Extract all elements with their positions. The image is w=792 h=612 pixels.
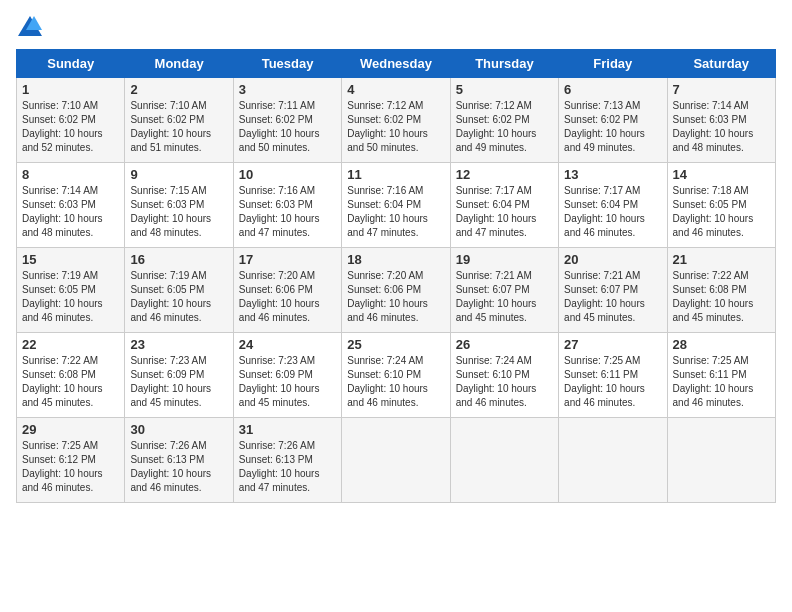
logo: [16, 16, 42, 41]
day-number: 11: [347, 167, 444, 182]
day-info: Sunrise: 7:11 AM Sunset: 6:02 PM Dayligh…: [239, 99, 336, 155]
calendar-cell: [450, 418, 558, 503]
calendar-cell: 21Sunrise: 7:22 AM Sunset: 6:08 PM Dayli…: [667, 248, 775, 333]
calendar-cell: 10Sunrise: 7:16 AM Sunset: 6:03 PM Dayli…: [233, 163, 341, 248]
calendar-cell: 26Sunrise: 7:24 AM Sunset: 6:10 PM Dayli…: [450, 333, 558, 418]
day-number: 8: [22, 167, 119, 182]
calendar-cell: 2Sunrise: 7:10 AM Sunset: 6:02 PM Daylig…: [125, 78, 233, 163]
day-number: 10: [239, 167, 336, 182]
day-info: Sunrise: 7:20 AM Sunset: 6:06 PM Dayligh…: [347, 269, 444, 325]
day-number: 31: [239, 422, 336, 437]
day-info: Sunrise: 7:25 AM Sunset: 6:11 PM Dayligh…: [673, 354, 770, 410]
day-number: 17: [239, 252, 336, 267]
calendar-cell: 31Sunrise: 7:26 AM Sunset: 6:13 PM Dayli…: [233, 418, 341, 503]
calendar-cell: 17Sunrise: 7:20 AM Sunset: 6:06 PM Dayli…: [233, 248, 341, 333]
calendar-cell: [667, 418, 775, 503]
calendar-cell: 9Sunrise: 7:15 AM Sunset: 6:03 PM Daylig…: [125, 163, 233, 248]
day-number: 4: [347, 82, 444, 97]
calendar-cell: 16Sunrise: 7:19 AM Sunset: 6:05 PM Dayli…: [125, 248, 233, 333]
calendar-cell: 7Sunrise: 7:14 AM Sunset: 6:03 PM Daylig…: [667, 78, 775, 163]
calendar-cell: 22Sunrise: 7:22 AM Sunset: 6:08 PM Dayli…: [17, 333, 125, 418]
day-number: 20: [564, 252, 661, 267]
calendar-cell: 20Sunrise: 7:21 AM Sunset: 6:07 PM Dayli…: [559, 248, 667, 333]
day-info: Sunrise: 7:26 AM Sunset: 6:13 PM Dayligh…: [239, 439, 336, 495]
day-info: Sunrise: 7:14 AM Sunset: 6:03 PM Dayligh…: [22, 184, 119, 240]
calendar-week-row: 29Sunrise: 7:25 AM Sunset: 6:12 PM Dayli…: [17, 418, 776, 503]
day-info: Sunrise: 7:19 AM Sunset: 6:05 PM Dayligh…: [130, 269, 227, 325]
day-info: Sunrise: 7:25 AM Sunset: 6:12 PM Dayligh…: [22, 439, 119, 495]
day-info: Sunrise: 7:24 AM Sunset: 6:10 PM Dayligh…: [347, 354, 444, 410]
day-info: Sunrise: 7:16 AM Sunset: 6:03 PM Dayligh…: [239, 184, 336, 240]
calendar-cell: 28Sunrise: 7:25 AM Sunset: 6:11 PM Dayli…: [667, 333, 775, 418]
calendar-cell: 30Sunrise: 7:26 AM Sunset: 6:13 PM Dayli…: [125, 418, 233, 503]
day-info: Sunrise: 7:18 AM Sunset: 6:05 PM Dayligh…: [673, 184, 770, 240]
day-number: 12: [456, 167, 553, 182]
day-info: Sunrise: 7:26 AM Sunset: 6:13 PM Dayligh…: [130, 439, 227, 495]
weekday-header: Wednesday: [342, 50, 450, 78]
calendar-cell: 8Sunrise: 7:14 AM Sunset: 6:03 PM Daylig…: [17, 163, 125, 248]
day-number: 26: [456, 337, 553, 352]
calendar-cell: 4Sunrise: 7:12 AM Sunset: 6:02 PM Daylig…: [342, 78, 450, 163]
day-info: Sunrise: 7:21 AM Sunset: 6:07 PM Dayligh…: [564, 269, 661, 325]
calendar-week-row: 15Sunrise: 7:19 AM Sunset: 6:05 PM Dayli…: [17, 248, 776, 333]
day-number: 21: [673, 252, 770, 267]
weekday-header: Thursday: [450, 50, 558, 78]
day-number: 13: [564, 167, 661, 182]
day-number: 29: [22, 422, 119, 437]
calendar-week-row: 8Sunrise: 7:14 AM Sunset: 6:03 PM Daylig…: [17, 163, 776, 248]
day-number: 3: [239, 82, 336, 97]
calendar-cell: 25Sunrise: 7:24 AM Sunset: 6:10 PM Dayli…: [342, 333, 450, 418]
calendar-cell: 15Sunrise: 7:19 AM Sunset: 6:05 PM Dayli…: [17, 248, 125, 333]
day-number: 2: [130, 82, 227, 97]
day-info: Sunrise: 7:22 AM Sunset: 6:08 PM Dayligh…: [673, 269, 770, 325]
day-number: 25: [347, 337, 444, 352]
calendar-cell: 14Sunrise: 7:18 AM Sunset: 6:05 PM Dayli…: [667, 163, 775, 248]
calendar-cell: [559, 418, 667, 503]
day-number: 7: [673, 82, 770, 97]
weekday-header: Monday: [125, 50, 233, 78]
day-info: Sunrise: 7:24 AM Sunset: 6:10 PM Dayligh…: [456, 354, 553, 410]
calendar-cell: 27Sunrise: 7:25 AM Sunset: 6:11 PM Dayli…: [559, 333, 667, 418]
day-info: Sunrise: 7:10 AM Sunset: 6:02 PM Dayligh…: [22, 99, 119, 155]
calendar-cell: 6Sunrise: 7:13 AM Sunset: 6:02 PM Daylig…: [559, 78, 667, 163]
calendar-table: SundayMondayTuesdayWednesdayThursdayFrid…: [16, 49, 776, 503]
calendar-cell: [342, 418, 450, 503]
weekday-header-row: SundayMondayTuesdayWednesdayThursdayFrid…: [17, 50, 776, 78]
day-info: Sunrise: 7:23 AM Sunset: 6:09 PM Dayligh…: [239, 354, 336, 410]
day-info: Sunrise: 7:16 AM Sunset: 6:04 PM Dayligh…: [347, 184, 444, 240]
day-number: 18: [347, 252, 444, 267]
calendar-cell: 29Sunrise: 7:25 AM Sunset: 6:12 PM Dayli…: [17, 418, 125, 503]
day-number: 22: [22, 337, 119, 352]
calendar-cell: 1Sunrise: 7:10 AM Sunset: 6:02 PM Daylig…: [17, 78, 125, 163]
day-info: Sunrise: 7:17 AM Sunset: 6:04 PM Dayligh…: [456, 184, 553, 240]
day-number: 28: [673, 337, 770, 352]
day-number: 30: [130, 422, 227, 437]
day-info: Sunrise: 7:23 AM Sunset: 6:09 PM Dayligh…: [130, 354, 227, 410]
weekday-header: Friday: [559, 50, 667, 78]
calendar-week-row: 22Sunrise: 7:22 AM Sunset: 6:08 PM Dayli…: [17, 333, 776, 418]
day-info: Sunrise: 7:21 AM Sunset: 6:07 PM Dayligh…: [456, 269, 553, 325]
calendar-cell: 23Sunrise: 7:23 AM Sunset: 6:09 PM Dayli…: [125, 333, 233, 418]
day-info: Sunrise: 7:19 AM Sunset: 6:05 PM Dayligh…: [22, 269, 119, 325]
day-info: Sunrise: 7:15 AM Sunset: 6:03 PM Dayligh…: [130, 184, 227, 240]
calendar-cell: 24Sunrise: 7:23 AM Sunset: 6:09 PM Dayli…: [233, 333, 341, 418]
weekday-header: Saturday: [667, 50, 775, 78]
calendar-week-row: 1Sunrise: 7:10 AM Sunset: 6:02 PM Daylig…: [17, 78, 776, 163]
calendar-cell: 13Sunrise: 7:17 AM Sunset: 6:04 PM Dayli…: [559, 163, 667, 248]
day-number: 14: [673, 167, 770, 182]
day-number: 9: [130, 167, 227, 182]
weekday-header: Sunday: [17, 50, 125, 78]
day-number: 5: [456, 82, 553, 97]
day-info: Sunrise: 7:20 AM Sunset: 6:06 PM Dayligh…: [239, 269, 336, 325]
day-number: 6: [564, 82, 661, 97]
calendar-cell: 12Sunrise: 7:17 AM Sunset: 6:04 PM Dayli…: [450, 163, 558, 248]
day-info: Sunrise: 7:25 AM Sunset: 6:11 PM Dayligh…: [564, 354, 661, 410]
day-number: 1: [22, 82, 119, 97]
day-info: Sunrise: 7:22 AM Sunset: 6:08 PM Dayligh…: [22, 354, 119, 410]
day-info: Sunrise: 7:12 AM Sunset: 6:02 PM Dayligh…: [347, 99, 444, 155]
calendar-cell: 19Sunrise: 7:21 AM Sunset: 6:07 PM Dayli…: [450, 248, 558, 333]
day-number: 27: [564, 337, 661, 352]
day-number: 23: [130, 337, 227, 352]
calendar-cell: 5Sunrise: 7:12 AM Sunset: 6:02 PM Daylig…: [450, 78, 558, 163]
day-number: 24: [239, 337, 336, 352]
